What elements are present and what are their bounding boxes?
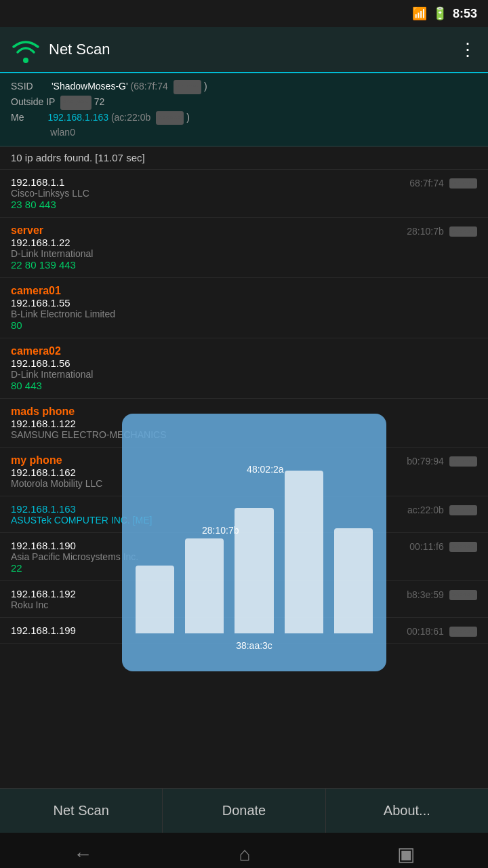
app-bar: Net Scan ⋮ (0, 27, 488, 73)
scan-info: 10 ip addrs found. [11.07 sec] (0, 146, 488, 170)
outside-port: 72 (94, 96, 105, 107)
recent-button[interactable]: ▣ (397, 843, 415, 865)
chart-label-1: 48:02:2a (247, 464, 284, 475)
device-ip-camera01: 192.168.1.55 (11, 297, 477, 309)
device-ip-camera02: 192.168.1.56 (11, 357, 477, 369)
device-mac-my-phone: b0:79:94 •••••• (407, 456, 477, 467)
chart-bar-4 (285, 471, 323, 633)
app-title: Net Scan (49, 41, 459, 58)
device-mac-190: 00:11:f6 •••••• (409, 541, 477, 552)
me-ip: 192.168.1.163 (47, 112, 108, 123)
outside-ip-blurred: •••.••• (60, 96, 92, 110)
chart-bottom-label: 38:aa:3c (236, 640, 272, 651)
ssid-mac-blurred: •••••• (174, 80, 201, 94)
network-banner: SSID 'ShadowMoses-G' (68:7f:74 •••••• ) … (0, 73, 488, 146)
device-ports-1: 23 80 443 (11, 199, 477, 210)
chart-bars: 48:02:2a 28:10:7b (136, 457, 373, 633)
me-label: Me (11, 112, 45, 123)
battery-icon: 🔋 (432, 6, 447, 21)
menu-button[interactable]: ⋮ (459, 39, 477, 60)
device-mac-1: 68:7f:74 •••••• (409, 178, 477, 189)
home-button[interactable]: ⌂ (239, 844, 251, 865)
ssid-label: SSID (11, 81, 49, 92)
donate-tab-label: Donate (222, 803, 266, 818)
chart-label-2: 28:10:7b (202, 525, 239, 536)
device-row-camera02[interactable]: camera02 192.168.1.56 D-Link Internation… (0, 338, 488, 399)
donate-tab[interactable]: Donate (163, 789, 325, 833)
chart-bar-3 (235, 508, 273, 633)
back-button[interactable]: ← (73, 844, 92, 865)
nav-bar: ← ⌂ ▣ (0, 833, 488, 868)
iface-label: wlan0 (11, 127, 75, 138)
outside-ip-label: Outside IP (11, 96, 58, 107)
device-ports-camera01: 80 (11, 319, 477, 331)
chart-bar-5 (334, 528, 373, 633)
about-tab-label: About... (384, 803, 430, 818)
ssid-close: ) (204, 81, 207, 92)
chart-bar-2 (185, 538, 224, 633)
chart-overlay: 48:02:2a 28:10:7b 38:aa:3c (122, 414, 386, 671)
device-ip-1: 192.168.1.1 (11, 176, 477, 188)
device-name-camera02: camera02 (11, 345, 477, 357)
chart-bar-1 (136, 566, 174, 633)
device-mac-me: ac:22:0b •••••• (407, 505, 477, 515)
device-mac-server: 28:10:7b •••••• (407, 226, 477, 237)
status-bar: 📶 🔋 8:53 (0, 0, 488, 27)
ssid-mac: (68:7f:74 (131, 81, 171, 92)
app-wifi-icon (11, 35, 41, 64)
bottom-tabs: Net Scan Donate About... (0, 788, 488, 833)
me-mac-blurred: •••••• (156, 111, 184, 125)
wifi-status-icon: 📶 (412, 6, 427, 21)
svg-point-0 (23, 58, 28, 63)
device-row-server[interactable]: server 192.168.1.22 D-Link International… (0, 218, 488, 278)
device-mac-199: 00:18:61 •••••• (407, 626, 477, 637)
device-name-camera01: camera01 (11, 285, 477, 297)
device-mac-192: b8:3e:59 •••••• (407, 589, 477, 600)
me-mac: (ac:22:0b (111, 112, 150, 123)
ssid-value: 'ShadowMoses-G' (52, 81, 128, 92)
device-vendor-camera01: B-Link Electronic Limited (11, 309, 477, 319)
me-close: ) (186, 112, 190, 123)
about-tab[interactable]: About... (326, 789, 488, 833)
device-ports-camera02: 80 443 (11, 380, 477, 391)
status-time: 8:53 (453, 7, 477, 21)
scan-result-text: 10 ip addrs found. [11.07 sec] (11, 152, 145, 163)
netscan-tab[interactable]: Net Scan (0, 789, 163, 833)
netscan-tab-label: Net Scan (54, 803, 109, 818)
device-row-camera01[interactable]: camera01 192.168.1.55 B-Link Electronic … (0, 278, 488, 338)
device-row-1[interactable]: 192.168.1.1 Cisco-Linksys LLC 23 80 443 … (0, 170, 488, 218)
device-ports-server: 22 80 139 443 (11, 259, 477, 271)
device-vendor-server: D-Link International (11, 248, 477, 259)
device-ip-server: 192.168.1.22 (11, 237, 477, 248)
device-vendor-1: Cisco-Linksys LLC (11, 188, 477, 199)
device-vendor-camera02: D-Link International (11, 369, 477, 380)
main-area: 192.168.1.1 Cisco-Linksys LLC 23 80 443 … (0, 170, 488, 788)
